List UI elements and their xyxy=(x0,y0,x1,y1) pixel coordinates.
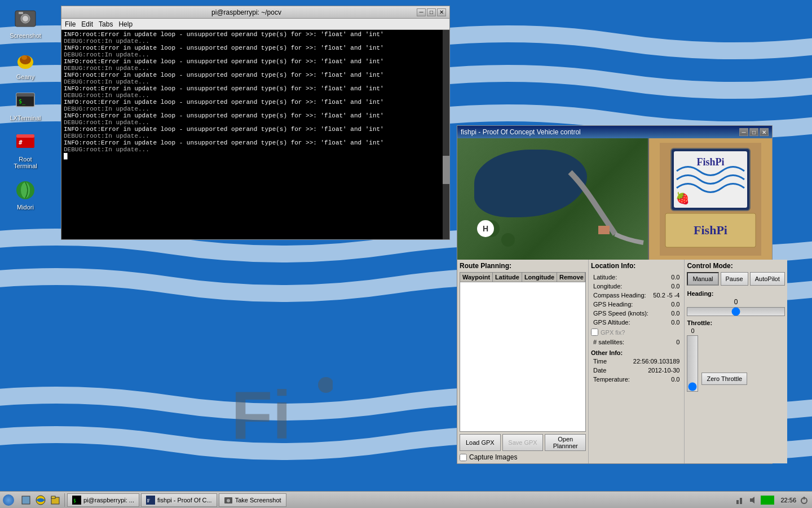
heading-value: 0 xyxy=(687,298,784,306)
svg-point-19 xyxy=(501,233,515,247)
throttle-slider-container: 0 xyxy=(687,327,698,395)
tray-battery-indicator xyxy=(761,496,774,505)
taskbar-fishpi-icon: F xyxy=(146,496,155,505)
root-terminal-label: Root Terminal xyxy=(14,156,37,169)
map-overlay xyxy=(457,138,648,260)
throttle-area: 0 Zero Throttle xyxy=(687,327,784,461)
svg-text:FishPi: FishPi xyxy=(696,156,724,168)
temperature-value: 0.0 xyxy=(632,375,681,383)
taskbar-item-terminal[interactable]: $ pi@raspberrypi: ... xyxy=(67,493,139,507)
taskbar-tray: 22:56 xyxy=(731,494,812,506)
svg-point-3 xyxy=(23,16,28,21)
screenshot-icon xyxy=(12,5,39,32)
date-row: Date 2012-10-30 xyxy=(592,366,681,374)
fishpi-main-content: Route Planning: Waypoint Latitude Longit… xyxy=(457,260,772,463)
satellites-table: # satellites: 0 xyxy=(591,337,682,347)
compass-heading-row: Compass Heading: 50.2 -5 -4 xyxy=(592,291,681,299)
sidebar-item-screenshot[interactable]: Screenshot xyxy=(3,3,48,41)
location-info-panel: Location Info: Latitude: 0.0 Longitude: … xyxy=(589,260,685,463)
load-gpx-button[interactable]: Load GPX xyxy=(460,434,501,451)
svg-point-17 xyxy=(318,377,333,393)
longitude-value: 0.0 xyxy=(652,282,681,290)
gpx-fix-label: GPX fix? xyxy=(601,329,625,336)
other-info-divider: Other Info: xyxy=(591,349,682,356)
aerial-map: H xyxy=(457,138,648,260)
fishpi-minimize-btn[interactable]: ─ xyxy=(739,128,748,136)
taskbar-files-icon[interactable] xyxy=(48,493,62,507)
manual-button[interactable]: Manual xyxy=(687,272,718,286)
terminal-maximize-btn[interactable]: □ xyxy=(427,8,436,16)
root-terminal-icon: # xyxy=(12,129,39,156)
svg-point-37 xyxy=(227,499,230,502)
sidebar-item-lxterminal[interactable]: $_ LXTerminal xyxy=(3,85,48,124)
latitude-row: Latitude: 0.0 xyxy=(592,273,681,281)
terminal-minimize-btn[interactable]: ─ xyxy=(417,8,426,16)
terminal-menu-edit[interactable]: Edit xyxy=(81,20,93,28)
svg-text:$: $ xyxy=(73,498,76,503)
sidebar-item-root-terminal[interactable]: # Root Terminal xyxy=(3,126,48,172)
quick-launch xyxy=(17,493,65,507)
gpx-fix-checkbox[interactable] xyxy=(591,329,598,336)
route-col-remove: Remove xyxy=(557,273,585,282)
longitude-row: Longitude: 0.0 xyxy=(592,282,681,290)
gps-altitude-value: 0.0 xyxy=(652,318,681,326)
heading-label: Heading: xyxy=(687,290,784,297)
time-row: Time 22:56:09.103189 xyxy=(592,357,681,365)
taskbar-show-desktop[interactable] xyxy=(19,493,33,507)
terminal-window-controls: ─ □ ✕ xyxy=(417,8,446,16)
terminal-menu-file[interactable]: File xyxy=(65,20,76,28)
throttle-slider[interactable] xyxy=(687,335,698,392)
lxterminal-icon: $_ xyxy=(12,87,39,115)
taskbar-item-fishpi[interactable]: F fishpi - Proof Of C... xyxy=(141,493,217,507)
terminal-menu-help[interactable]: Help xyxy=(118,20,133,28)
svg-rect-20 xyxy=(598,226,610,234)
longitude-label: Longitude: xyxy=(592,282,650,290)
tray-clock: 22:56 xyxy=(776,497,796,503)
capture-images-checkbox[interactable] xyxy=(460,454,467,461)
terminal-content[interactable]: INFO:root:Error in update loop - unsuppo… xyxy=(61,30,449,239)
autopilot-button[interactable]: AutoPilot xyxy=(750,272,785,286)
sidebar-item-geany[interactable]: Geany xyxy=(3,44,48,82)
gps-altitude-label: GPS Altitude: xyxy=(592,318,650,326)
svg-text:#: # xyxy=(19,139,23,146)
terminal-menu-tabs[interactable]: Tabs xyxy=(99,20,113,28)
heading-slider[interactable] xyxy=(687,307,784,316)
control-mode-label: Control Mode: xyxy=(687,262,784,270)
terminal-scrollbar[interactable] xyxy=(443,30,449,239)
gps-heading-value: 0.0 xyxy=(652,300,681,308)
taskbar-terminal-icon: $ xyxy=(72,496,81,505)
taskbar: $ pi@raspberrypi: ... F fishpi - Proof O… xyxy=(0,491,812,508)
svg-text:FishPi: FishPi xyxy=(694,223,727,237)
gps-speed-value: 0.0 xyxy=(652,309,681,317)
temperature-row: Temperature: 0.0 xyxy=(592,375,681,383)
desktop: Screenshot Geany $_ LXTerminal xyxy=(0,0,812,508)
fishpi-restore-btn[interactable]: □ xyxy=(749,128,758,136)
date-label: Date xyxy=(592,366,631,374)
svg-text:Fi: Fi xyxy=(231,377,292,450)
terminal-scrollbar-thumb xyxy=(443,156,449,184)
location-info-title: Location Info: xyxy=(591,262,682,270)
tray-sound-icon xyxy=(747,494,758,506)
svg-rect-38 xyxy=(736,500,739,504)
terminal-close-btn[interactable]: ✕ xyxy=(437,8,446,16)
zero-throttle-button[interactable]: Zero Throttle xyxy=(701,373,747,385)
pause-button[interactable]: Pause xyxy=(721,272,748,286)
satellites-label: # satellites: xyxy=(592,338,667,346)
save-gpx-button[interactable]: Save GPX xyxy=(502,434,544,451)
svg-rect-31 xyxy=(51,496,55,498)
open-planner-button[interactable]: Open Plannner xyxy=(545,434,586,451)
taskbar-start-button[interactable] xyxy=(0,492,17,508)
taskbar-screenshot-label: Take Screenshot xyxy=(235,497,281,503)
temperature-label: Temperature: xyxy=(592,375,631,383)
svg-rect-4 xyxy=(19,12,23,14)
svg-text:🍓: 🍓 xyxy=(676,191,690,205)
fishpi-titlebar: fishpi - Proof Of Concept Vehicle contro… xyxy=(457,126,772,138)
taskbar-browser-icon[interactable] xyxy=(34,493,47,507)
taskbar-item-screenshot[interactable]: Take Screenshot xyxy=(219,493,286,507)
fishpi-close-btn[interactable]: ✕ xyxy=(760,128,769,136)
sidebar-item-midori[interactable]: Midori xyxy=(3,174,48,213)
time-label: Time xyxy=(592,357,631,365)
compass-heading-label: Compass Heading: xyxy=(592,291,650,299)
terminal-menu: File Edit Tabs Help xyxy=(61,19,449,30)
svg-rect-9 xyxy=(16,93,34,97)
